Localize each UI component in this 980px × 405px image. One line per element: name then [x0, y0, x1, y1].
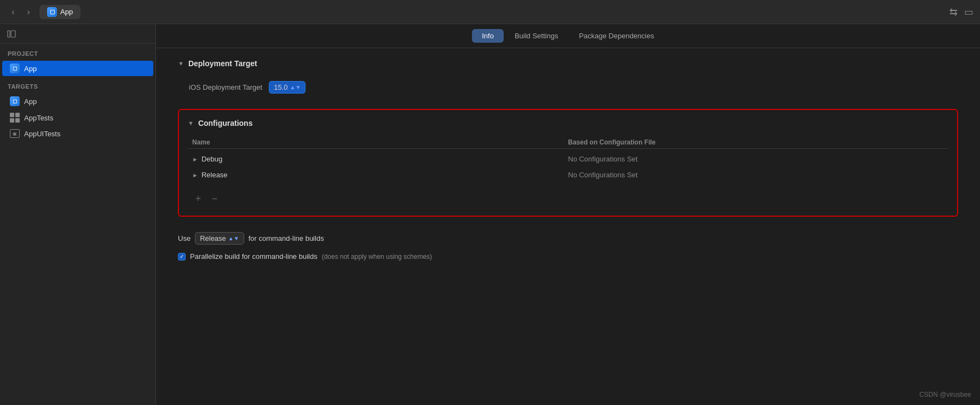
add-configuration-button[interactable]: +: [192, 193, 204, 205]
app-icon-label: ▢: [50, 9, 55, 15]
appuitests-icon: ▣: [10, 129, 20, 138]
sidebar-item-target-app[interactable]: ▢ App: [2, 94, 153, 109]
nav-back-button[interactable]: ‹: [7, 5, 20, 19]
project-app-label: App: [24, 65, 37, 73]
config-col-file-header: Based on Configuration File: [568, 138, 944, 146]
configurations-table: Name Based on Configuration File ► Debug…: [188, 136, 948, 183]
target-app-icon: ▢: [10, 96, 20, 106]
sidebar-item-project-app[interactable]: ▢ App: [2, 61, 153, 76]
ios-deployment-target-row: iOS Deployment Target 15.0 ▲▼: [178, 77, 958, 98]
config-col-name-header: Name: [192, 138, 568, 146]
use-release-row: Use Release ▲▼ for command-line builds: [178, 228, 958, 249]
tab-title: App: [60, 8, 73, 16]
target-appuitests-label: AppUITests: [24, 130, 60, 138]
debug-label: Debug: [201, 155, 222, 163]
ios-deployment-label: iOS Deployment Target: [189, 83, 262, 91]
ios-deployment-dropdown-icon: ▲▼: [290, 84, 301, 90]
deployment-target-title: Deployment Target: [188, 59, 257, 68]
debug-chevron-icon: ►: [192, 156, 198, 163]
project-app-icon: ▢: [10, 63, 20, 73]
release-chevron-icon: ►: [192, 172, 198, 178]
use-release-dropdown-icon: ▲▼: [228, 235, 239, 241]
target-app-label: App: [24, 97, 37, 106]
config-row-release-name: ► Release: [192, 171, 568, 179]
release-label: Release: [201, 171, 228, 179]
config-row-debug-file: No Configurations Set: [568, 155, 944, 163]
config-row-release-file: No Configurations Set: [568, 171, 944, 179]
ios-deployment-value: 15.0: [274, 83, 287, 91]
tab-info[interactable]: Info: [472, 29, 504, 43]
titlebar-right-controls: ⇆ ▭: [949, 6, 973, 18]
content-area: Info Build Settings Package Dependencies…: [156, 24, 980, 405]
config-actions: + −: [188, 190, 948, 207]
watermark: CSDN @virusbee: [919, 391, 971, 398]
deployment-chevron-icon[interactable]: ▼: [178, 60, 184, 67]
active-tab: ▢ App: [39, 5, 80, 19]
sidebar-toggle-button[interactable]: [5, 28, 18, 40]
apptests-icon: [10, 113, 20, 123]
configurations-title: Configurations: [198, 119, 253, 128]
use-suffix: for command-line builds: [249, 234, 324, 242]
nav-forward-button[interactable]: ›: [22, 5, 35, 19]
deployment-target-header: ▼ Deployment Target: [178, 59, 958, 68]
parallelize-checkbox[interactable]: ✓: [178, 253, 186, 261]
configurations-section: ▼ Configurations Name Based on Configura…: [178, 109, 958, 217]
split-editor-icon[interactable]: ⇆: [949, 6, 958, 18]
targets-section-label: TARGETS: [0, 77, 155, 93]
config-row-release[interactable]: ► Release No Configurations Set: [188, 167, 948, 183]
parallelize-label: Parallelize build for command-line build…: [190, 252, 318, 261]
deployment-target-section: ▼ Deployment Target iOS Deployment Targe…: [178, 59, 958, 98]
sidebar: PROJECT ▢ App TARGETS ▢ App AppTests ▣ A…: [0, 24, 156, 405]
parallelize-row: ✓ Parallelize build for command-line bui…: [178, 249, 958, 264]
nav-buttons: ‹ ›: [7, 5, 35, 19]
tab-bar: Info Build Settings Package Dependencies: [156, 24, 980, 48]
add-editor-icon[interactable]: ▭: [964, 6, 973, 18]
use-prefix: Use: [178, 234, 191, 242]
titlebar: ‹ › ▢ App ⇆ ▭: [0, 0, 980, 24]
svg-rect-0: [8, 31, 10, 37]
use-release-select[interactable]: Release ▲▼: [195, 232, 244, 245]
tab-package-dependencies[interactable]: Package Dependencies: [569, 29, 664, 43]
parallelize-hint: (does not apply when using schemes): [322, 253, 432, 261]
remove-configuration-button[interactable]: −: [209, 193, 221, 205]
configurations-chevron-icon[interactable]: ▼: [188, 120, 194, 126]
sidebar-top-bar: [0, 24, 155, 44]
main-layout: PROJECT ▢ App TARGETS ▢ App AppTests ▣ A…: [0, 24, 980, 405]
ios-deployment-select[interactable]: 15.0 ▲▼: [269, 81, 305, 94]
content-body: ▼ Deployment Target iOS Deployment Targe…: [156, 48, 980, 405]
project-section-label: PROJECT: [0, 44, 155, 60]
tab-build-settings[interactable]: Build Settings: [505, 29, 568, 43]
app-icon: ▢: [47, 7, 57, 17]
svg-rect-1: [11, 31, 15, 37]
config-row-debug-name: ► Debug: [192, 155, 568, 163]
config-table-header: Name Based on Configuration File: [188, 136, 948, 149]
target-apptests-label: AppTests: [24, 114, 53, 122]
config-row-debug[interactable]: ► Debug No Configurations Set: [188, 151, 948, 167]
sidebar-item-target-apptests[interactable]: AppTests: [2, 110, 153, 125]
use-release-value: Release: [200, 234, 226, 242]
configurations-header: ▼ Configurations: [188, 119, 948, 128]
sidebar-item-target-appuitests[interactable]: ▣ AppUITests: [2, 126, 153, 141]
